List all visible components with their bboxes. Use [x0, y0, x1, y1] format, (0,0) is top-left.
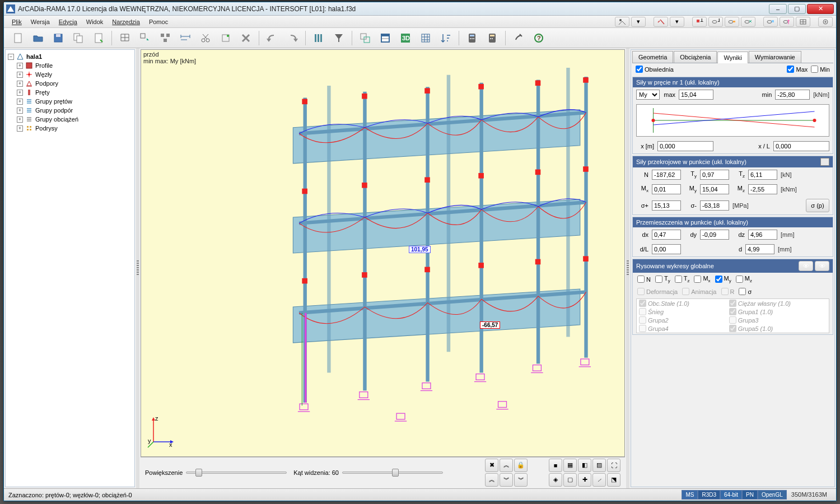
nav-lock[interactable]: 🔒 [514, 459, 528, 472]
show-node-icon[interactable]: 11 [692, 17, 707, 27]
zoom-slider[interactable] [186, 472, 287, 474]
group-button[interactable] [157, 30, 174, 46]
x-meters[interactable] [657, 141, 713, 151]
tab-obciazenia[interactable]: Obciążenia [674, 51, 717, 63]
eye-tag-icon[interactable] [725, 17, 739, 27]
tree-item-podpory[interactable]: +Podpory [17, 79, 132, 88]
undo-button[interactable] [264, 30, 281, 46]
3d-button[interactable]: 3D [397, 30, 414, 46]
maximize-button[interactable]: ▢ [788, 4, 806, 14]
force-ty[interactable] [700, 170, 729, 180]
disp-d[interactable] [745, 244, 774, 254]
nav-render[interactable]: ▨ [592, 459, 606, 472]
tree-item-grupy-pretow[interactable]: +Grupy prętów [17, 97, 132, 106]
disp-dx[interactable] [652, 230, 681, 240]
fov-slider[interactable] [342, 472, 443, 474]
collapse-icon[interactable]: − [8, 54, 14, 60]
tree-item-profile[interactable]: +Profile [17, 61, 132, 70]
close-button[interactable]: ✕ [807, 4, 834, 14]
matrix-button[interactable] [417, 30, 434, 46]
section-dropdown[interactable] [820, 158, 829, 166]
x-over-l[interactable] [773, 141, 829, 151]
calc-button[interactable] [464, 30, 480, 46]
sigma-minus[interactable] [700, 200, 729, 211]
min-value[interactable] [775, 90, 810, 100]
eye-list-icon[interactable]: 👁 [815, 261, 829, 271]
nav-section[interactable]: ⬔ [607, 473, 620, 487]
minimize-button[interactable]: – [769, 4, 787, 14]
expand-icon[interactable] [818, 17, 833, 27]
move-box-button[interactable] [357, 30, 374, 46]
grid-button[interactable] [116, 30, 133, 46]
splitter-right[interactable] [626, 48, 629, 488]
moment-my[interactable] [700, 184, 729, 194]
snap-button[interactable] [217, 30, 234, 46]
project-tree[interactable]: − hala1 +Profile +Węzły +Podpory +Pręty … [5, 49, 135, 487]
menu-widok[interactable]: Widok [82, 17, 108, 26]
force-tz[interactable] [748, 170, 777, 180]
table-button[interactable] [377, 30, 394, 46]
eye-line-icon[interactable]: 11 [708, 17, 723, 27]
tree-item-grupy-obciazen[interactable]: +Grupy obciążeń [17, 115, 132, 124]
redo-button[interactable] [284, 30, 301, 46]
tree-root[interactable]: − hala1 [8, 52, 132, 61]
moment-mz[interactable] [748, 184, 777, 194]
load-cases-list[interactable]: Obc.Stałe (1.0)Ciężar własny (1.0) Śnieg… [636, 298, 829, 333]
3d-viewport[interactable]: przód min max: My [kNm] [141, 49, 625, 457]
nav-right[interactable]: ︾ [514, 473, 528, 487]
menu-plik[interactable]: Plik [7, 17, 26, 26]
splitter-left[interactable] [136, 48, 139, 488]
nav-wire[interactable]: ▦ [563, 459, 577, 472]
nav-left[interactable]: ︽ [485, 473, 498, 487]
menu-pomoc[interactable]: Pomoc [144, 17, 172, 26]
nav-sel[interactable]: ▢ [563, 473, 577, 487]
cut-button[interactable] [197, 30, 214, 46]
clear-dropdown[interactable]: ▾ [670, 17, 684, 27]
tree-item-prety[interactable]: +Pręty [17, 88, 132, 97]
clear-icon[interactable] [654, 17, 668, 27]
force-select[interactable]: My [636, 90, 660, 100]
menu-wersja[interactable]: Wersja [26, 17, 54, 26]
disp-dl[interactable] [652, 244, 681, 254]
view-mode-1[interactable] [615, 17, 629, 27]
nav-up[interactable]: ︽ [500, 459, 513, 472]
nav-zoomfit[interactable]: ⛶ [607, 459, 620, 472]
tab-wymiarowanie[interactable]: Wymiarowanie [749, 51, 801, 63]
disp-dz[interactable] [748, 230, 777, 240]
nav-iso[interactable]: ◈ [549, 473, 562, 487]
eye-graph-icon[interactable]: 👁 [799, 261, 813, 271]
tab-wyniki[interactable]: Wyniki [717, 52, 748, 63]
eye-grid-icon[interactable] [796, 17, 810, 27]
nav-measure[interactable]: ⟋ [592, 473, 606, 487]
sigma-plus[interactable] [652, 200, 681, 211]
force-n[interactable] [652, 170, 681, 180]
tree-item-grupy-podpor[interactable]: +Grupy podpór [17, 106, 132, 115]
help-settings-button[interactable]: ? [530, 30, 547, 46]
sigma-p-button[interactable]: σ (p) [806, 199, 829, 212]
sort-button[interactable] [437, 30, 454, 46]
eye-label-icon[interactable] [763, 17, 778, 27]
eye-cross-icon[interactable] [780, 17, 794, 27]
nav-down[interactable]: ︾ [500, 473, 513, 487]
settings-button[interactable] [510, 30, 527, 46]
dimension-button[interactable] [177, 30, 194, 46]
save-button[interactable] [50, 30, 67, 46]
tab-geometria[interactable]: Geometria [632, 51, 673, 63]
view-mode-dropdown[interactable]: ▾ [631, 17, 646, 27]
columns-button[interactable] [310, 30, 327, 46]
nav-solid[interactable]: ■ [549, 459, 562, 472]
eye-axis-icon[interactable] [741, 17, 755, 27]
menu-narzedzia[interactable]: Narzędzia [108, 17, 144, 26]
menu-edycja[interactable]: Edycja [54, 17, 82, 26]
filter-button[interactable] [330, 30, 347, 46]
nav-axes[interactable]: ✚ [578, 473, 591, 487]
add-node-button[interactable] [137, 30, 153, 46]
moment-mx[interactable] [652, 184, 681, 194]
tree-item-podrysy[interactable]: +Podrysy [17, 124, 132, 133]
open-file-button[interactable] [30, 30, 46, 46]
new-file-button[interactable] [10, 30, 26, 46]
disp-dy[interactable] [700, 230, 729, 240]
nav-fit[interactable]: ✖ [485, 459, 498, 472]
report-button[interactable] [90, 30, 107, 46]
calc2-button[interactable] [484, 30, 501, 46]
